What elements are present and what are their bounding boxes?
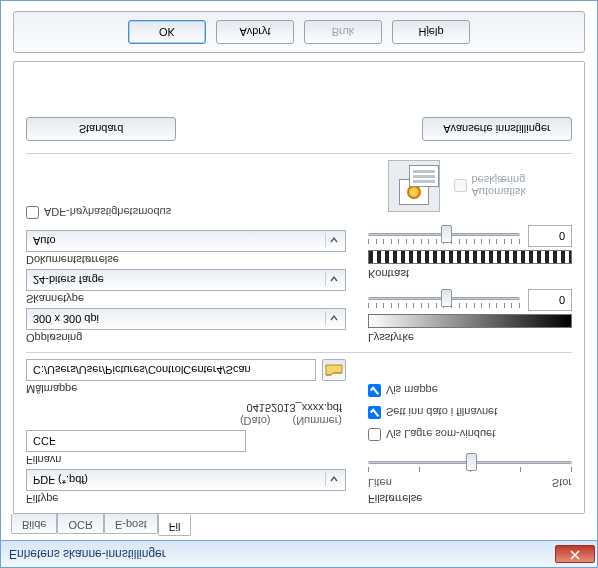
cancel-button[interactable]: Avbryt	[216, 20, 294, 44]
vis-lagre-checkbox[interactable]: Vis Lagre som-vinduet	[368, 428, 572, 441]
ok-button[interactable]: OK	[128, 20, 206, 44]
sett-inn-dato-checkbox[interactable]: Sett inn dato i filnavnet	[368, 406, 572, 419]
filename-example: 04152013_xxxx.pdf	[26, 402, 346, 414]
auto-crop-label: Automatisk beskjæring	[472, 174, 573, 198]
lower-columns: Oppløsning 300 x 300 dpi Skannetype 24-b…	[26, 160, 572, 346]
malmappe-label: Målmappe	[26, 383, 346, 395]
dokstor-label: Dokumentstørrelse	[26, 254, 346, 266]
skannetype-select[interactable]: 24-biters farge	[26, 269, 346, 291]
adf-check-input[interactable]	[26, 206, 39, 219]
standard-button[interactable]: Standard	[26, 117, 176, 141]
lysstyrke-value: 0	[559, 294, 565, 306]
client-area: Bilde OCR E-post Fil Filtype PDF (*.pdf)…	[0, 0, 598, 540]
kontrast-value-box[interactable]: 0	[528, 225, 572, 247]
filnavn-label: Filnavn	[26, 454, 346, 466]
sett-inn-dato-check-input[interactable]	[368, 406, 381, 419]
kontrast-value: 0	[559, 230, 565, 242]
opplosning-label: Oppløsning	[26, 332, 346, 344]
filesize-ends: Liten Stor	[368, 477, 572, 489]
filtype-value: PDF (*.pdf)	[33, 474, 88, 486]
advanced-settings-label: Avanserte innstillinger	[443, 123, 550, 135]
dialog-window: Enhetens skanne-innstillinger Bilde OCR …	[0, 0, 598, 568]
cancel-label: Avbryt	[240, 26, 271, 38]
ok-label: OK	[159, 26, 175, 38]
skannetype-label: Skannetype	[26, 293, 346, 305]
preview-thumbnail	[388, 160, 440, 212]
skannetype-value: 24-biters farge	[33, 274, 104, 286]
upper-columns: Filtype PDF (*.pdf) Filnavn CCF (Dato)	[26, 359, 572, 507]
auto-crop-check-input	[454, 180, 467, 193]
kontrast-row: 0	[368, 225, 572, 247]
lysstyrke-gradient	[368, 314, 572, 328]
chevron-down-icon	[325, 233, 341, 247]
adf-checkbox[interactable]: ADF-høyhastighetsmodus	[26, 206, 346, 219]
dokstor-value: Auto	[33, 235, 56, 247]
tab-ocr[interactable]: OCR	[57, 514, 103, 534]
chevron-down-icon	[325, 311, 341, 325]
help-label: Hjelp	[418, 26, 443, 38]
right-upper-column: Filstørrelse Liten Stor Vis Lagre som-vi…	[368, 359, 572, 507]
lysstyrke-label: Lysstyrke	[368, 332, 572, 344]
sett-inn-dato-label: Sett inn dato i filnavnet	[386, 407, 497, 419]
vis-mappe-checkbox[interactable]: Vis mappe	[368, 384, 572, 397]
malmappe-row: C:/Users/User/Pictures/ControlCenter4/Sc…	[26, 359, 346, 381]
vis-lagre-check-input[interactable]	[368, 428, 381, 441]
dokstor-select[interactable]: Auto	[26, 230, 346, 252]
apply-label: Bruk	[332, 26, 355, 38]
close-icon	[570, 548, 580, 560]
left-lower-column: Oppløsning 300 x 300 dpi Skannetype 24-b…	[26, 160, 346, 346]
divider-2	[26, 153, 572, 154]
left-column: Filtype PDF (*.pdf) Filnavn CCF (Dato)	[26, 359, 346, 507]
auto-crop-checkbox[interactable]: Automatisk beskjæring	[454, 174, 573, 198]
vis-lagre-label: Vis Lagre som-vinduet	[386, 429, 495, 441]
lysstyrke-value-box[interactable]: 0	[528, 289, 572, 311]
opplosning-select[interactable]: 300 x 300 dpi	[26, 308, 346, 330]
tab-epost[interactable]: E-post	[104, 514, 158, 534]
tabstrip: Bilde OCR E-post Fil	[11, 514, 585, 536]
footer-button-bar: OK Avbryt Bruk Hjelp	[13, 11, 585, 53]
filesize-small-label: Liten	[368, 477, 392, 489]
apply-button[interactable]: Bruk	[304, 20, 382, 44]
filnavn-row: CCF	[26, 430, 346, 452]
help-button[interactable]: Hjelp	[392, 20, 470, 44]
nummer-header: (Nummer)	[293, 415, 343, 427]
filename-pattern-headers: (Dato) (Nummer)	[26, 415, 346, 427]
tab-fil[interactable]: Fil	[158, 514, 192, 536]
filesize-label: Filstørrelse	[368, 493, 572, 505]
filesize-slider[interactable]	[368, 454, 572, 474]
folder-icon	[325, 362, 343, 378]
advanced-settings-button[interactable]: Avanserte innstillinger	[422, 117, 572, 141]
malmappe-value: C:/Users/User/Pictures/ControlCenter4/Sc…	[33, 364, 251, 376]
divider-1	[26, 352, 572, 353]
auto-crop-row: Automatisk beskjæring	[368, 160, 572, 212]
dato-header: (Dato)	[240, 415, 271, 427]
standard-button-label: Standard	[79, 123, 124, 135]
titlebar: Enhetens skanne-innstillinger	[0, 540, 598, 568]
lysstyrke-row: 0	[368, 289, 572, 311]
chevron-down-icon	[325, 472, 341, 486]
document-icon	[409, 165, 439, 187]
chevron-down-icon	[325, 272, 341, 286]
vis-mappe-label: Vis mappe	[386, 385, 438, 397]
filtype-label: Filtype	[26, 493, 346, 505]
lysstyrke-slider[interactable]	[368, 290, 520, 310]
filesize-large-label: Stor	[552, 477, 572, 489]
filnavn-input[interactable]: CCF	[26, 430, 246, 452]
tab-panel-fil: Filtype PDF (*.pdf) Filnavn CCF (Dato)	[13, 61, 585, 514]
tab-bilde[interactable]: Bilde	[11, 514, 57, 534]
vis-mappe-check-input[interactable]	[368, 384, 381, 397]
kontrast-gradient	[368, 250, 572, 264]
filnavn-value: CCF	[33, 435, 56, 447]
right-lower-column: Lysstyrke 0 Kontrast	[368, 160, 572, 346]
titlebar-title: Enhetens skanne-innstillinger	[9, 547, 555, 561]
kontrast-label: Kontrast	[368, 268, 572, 280]
browse-folder-button[interactable]	[322, 359, 346, 381]
close-button[interactable]	[555, 545, 595, 563]
bottom-button-row: Standard Avanserte innstillinger	[26, 117, 572, 141]
adf-label: ADF-høyhastighetsmodus	[44, 207, 171, 219]
kontrast-slider[interactable]	[368, 226, 520, 246]
malmappe-input[interactable]: C:/Users/User/Pictures/ControlCenter4/Sc…	[26, 359, 316, 381]
filtype-select[interactable]: PDF (*.pdf)	[26, 469, 346, 491]
opplosning-value: 300 x 300 dpi	[33, 313, 99, 325]
